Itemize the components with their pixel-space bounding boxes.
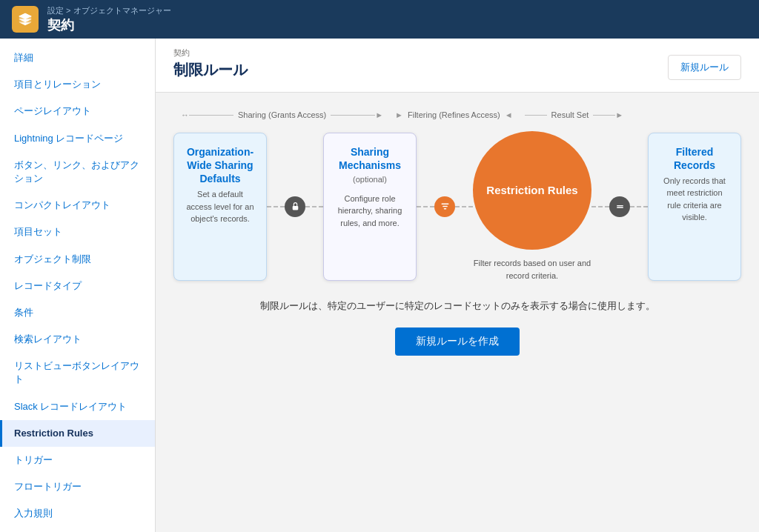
card-filtered-body: Only records that meet restriction rule … (660, 175, 729, 224)
result-label: Result Set (551, 110, 589, 119)
sharing-label: Sharing (Grants Access) (238, 110, 326, 119)
dashed-line-1 (267, 206, 285, 207)
app-icon (12, 6, 39, 33)
diagram-area: ↔ Sharing (Grants Access) ► ► Filtering … (156, 93, 759, 368)
dashed-line-2 (305, 206, 323, 207)
sidebar-item[interactable]: 入力規則 (0, 500, 155, 527)
restriction-circle: Restriction Rules (473, 131, 591, 250)
card-org-title: Organization-Wide Sharing Defaults (186, 145, 254, 186)
app-header: 設定 > オブジェクトマネージャー 契約 (0, 0, 759, 39)
card-org: Organization-Wide Sharing Defaults Set a… (173, 133, 267, 281)
sidebar-item[interactable]: Slack レコードレイアウト (0, 393, 155, 420)
svg-rect-1 (19, 18, 32, 20)
svg-rect-0 (19, 16, 32, 18)
main-content: 契約 制限ルール 新規ルール ↔ Sharing (Grants Access)… (156, 39, 759, 532)
sidebar-item[interactable]: 項目セット (0, 219, 155, 245)
restriction-body: Filter records based on user and record … (473, 257, 591, 282)
connector-filter (417, 196, 473, 217)
description-text: 制限ルールは、特定のユーザーに特定のレコードセットのみを表示する場合に使用します… (173, 299, 741, 313)
svg-rect-2 (19, 21, 32, 23)
dashed-line-5 (591, 206, 609, 207)
sharing-line-right (331, 115, 375, 116)
sidebar-item[interactable]: ボタン、リンク、およびアクション (0, 152, 155, 192)
card-sharing-title: Sharing Mechanisms (336, 145, 404, 172)
dashed-line-4 (455, 206, 473, 207)
sidebar-item[interactable]: トリガー (0, 447, 155, 473)
filter-icon (434, 196, 455, 217)
card-org-body: Set a default access level for an object… (186, 188, 254, 225)
page-title-group: 契約 制限ルール (173, 47, 248, 80)
connector-lock (267, 196, 323, 217)
sidebar-item[interactable]: リストビューボタンレイアウト (0, 353, 155, 393)
sidebar: 詳細項目とリレーションページレイアウトLightning レコードページボタン、… (0, 39, 156, 532)
result-line-right (593, 115, 615, 116)
dashed-line-6 (630, 206, 648, 207)
sharing-line-left (189, 115, 233, 116)
lock-icon (285, 196, 305, 217)
sidebar-item[interactable]: 詳細 (0, 44, 155, 71)
main-layout: 詳細項目とリレーションページレイアウトLightning レコードページボタン、… (0, 39, 759, 532)
dashed-line-3 (417, 206, 434, 207)
sidebar-item[interactable]: Restriction Rules (0, 420, 155, 447)
header-text-group: 設定 > オブジェクトマネージャー 契約 (47, 5, 171, 34)
page-title: 制限ルール (173, 60, 248, 80)
svg-rect-5 (617, 207, 623, 207)
sidebar-item[interactable]: オブジェクト制限 (0, 246, 155, 273)
sidebar-item[interactable]: 条件 (0, 299, 155, 326)
sidebar-item[interactable]: レコードタイプ (0, 273, 155, 299)
svg-rect-4 (617, 205, 623, 206)
result-line-left (525, 115, 547, 116)
sidebar-item[interactable]: Lightning レコードページ (0, 125, 155, 152)
diagram-row: Organization-Wide Sharing Defaults Set a… (173, 131, 741, 282)
new-rule-button[interactable]: 新規ルール (668, 55, 741, 80)
header-title: 契約 (47, 16, 171, 34)
restriction-circle-title: Restriction Rules (486, 183, 577, 198)
card-filtered: Filtered Records Only records that meet … (648, 133, 741, 281)
sidebar-item[interactable]: コンパクトレイアウト (0, 192, 155, 219)
flow-header: ↔ Sharing (Grants Access) ► ► Filtering … (173, 110, 741, 119)
create-rule-button[interactable]: 新規ルールを作成 (395, 327, 520, 356)
card-sharing-body: Configure role hierarchy, sharing rules,… (336, 193, 404, 230)
content-header: 契約 制限ルール 新規ルール (156, 39, 759, 93)
sidebar-item[interactable]: 検索レイアウト (0, 326, 155, 353)
breadcrumb: 設定 > オブジェクトマネージャー (47, 5, 171, 16)
layers-icon (18, 12, 33, 27)
page-subtitle: 契約 (173, 47, 248, 59)
svg-rect-3 (292, 206, 298, 210)
equal-icon (609, 196, 630, 217)
card-filtered-title: Filtered Records (660, 145, 729, 172)
sidebar-item[interactable]: 項目とリレーション (0, 71, 155, 98)
sidebar-item[interactable]: フロートリガー (0, 473, 155, 500)
card-sharing-subtitle: (optional) (336, 175, 404, 184)
connector-equal (591, 196, 648, 217)
card-sharing: Sharing Mechanisms (optional) Configure … (323, 133, 417, 281)
sidebar-item[interactable]: ページレイアウト (0, 98, 155, 124)
filtering-label: Filtering (Refines Access) (408, 110, 500, 119)
card-restriction-wrapper: Restriction Rules Filter records based o… (473, 131, 591, 282)
